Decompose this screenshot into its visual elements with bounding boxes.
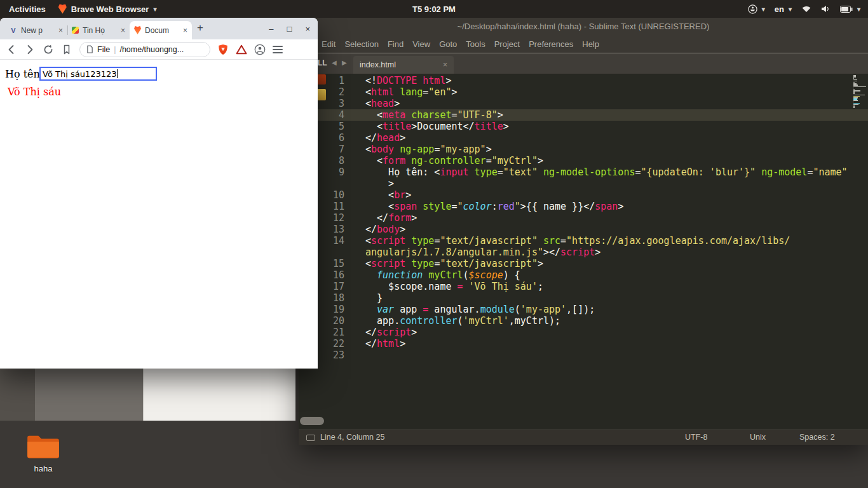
menu-item-view[interactable]: View <box>412 39 430 49</box>
code-line: 16 function myCtrl($scope) { <box>299 269 868 281</box>
gnome-top-bar: Activities Brave Web Browser ▾ T5 9:02 P… <box>0 0 868 18</box>
menu-item-tools[interactable]: Tools <box>466 39 485 49</box>
brave-favicon <box>134 26 141 34</box>
tab-label: Tin Họ <box>83 26 105 35</box>
brave-shield-icon[interactable] <box>217 44 229 55</box>
back-icon[interactable] <box>6 44 17 55</box>
forward-icon[interactable] <box>24 44 36 55</box>
status-bar-icon <box>306 435 315 441</box>
tab-close-icon[interactable]: × <box>121 26 125 35</box>
app-menu[interactable]: Brave Web Browser ▾ <box>58 4 157 14</box>
power-menu[interactable]: ▾ <box>840 6 860 13</box>
tab-close-icon[interactable]: × <box>443 60 447 69</box>
extension-triangle-icon[interactable] <box>236 44 247 55</box>
clipped-sidebar-text: LL <box>318 58 327 67</box>
line-endings-indicator[interactable]: Unix <box>750 433 766 442</box>
menu-item-edit[interactable]: Edit <box>322 39 336 49</box>
menu-icon[interactable] <box>273 46 283 53</box>
encoding-indicator[interactable]: UTF-8 <box>685 433 707 442</box>
code-line: angularjs/1.7.8/angular.min.js"></script… <box>299 247 868 258</box>
folder-icon <box>26 433 60 460</box>
code-line: 6</head> <box>299 132 868 144</box>
name-input[interactable]: Võ Thị sáu123123 <box>39 67 157 81</box>
code-line: 20 app.controller('myCtrl',myCtrl); <box>299 315 868 327</box>
accessibility-menu[interactable]: ▾ <box>748 4 765 14</box>
desktop-folder-haha[interactable]: haha <box>23 433 64 473</box>
code-editor[interactable]: 1<!DOCTYPE html>2<html lang="en">3<head>… <box>299 74 868 430</box>
wifi-icon[interactable] <box>801 5 811 13</box>
tab-close-icon[interactable]: × <box>58 26 63 35</box>
battery-icon <box>840 6 853 13</box>
code-line: 21</script> <box>299 327 868 338</box>
tab-label: New p <box>21 26 43 35</box>
address-bar[interactable]: File | /home/thuongng... <box>79 42 210 57</box>
code-line: 4 <meta charset="UTF-8"> <box>299 109 868 121</box>
sublime-status-bar: Line 4, Column 25 UTF-8 Unix Spaces: 2 <box>299 430 868 445</box>
tab-close-icon[interactable]: × <box>183 26 187 35</box>
menu-item-find[interactable]: Find <box>388 39 403 49</box>
caret-down-icon: ▾ <box>762 6 765 13</box>
code-line: 13</body> <box>299 224 868 235</box>
menu-item-preferences[interactable]: Preferences <box>529 39 573 49</box>
folder-label: haha <box>23 464 64 473</box>
caret-down-icon: ▾ <box>789 6 792 13</box>
url-path: /home/thuongng... <box>119 45 184 54</box>
code-line: 15<script type="text/javascript"> <box>299 258 868 269</box>
code-line: 17 $scope.name = 'Võ Thị sáu'; <box>299 281 868 292</box>
favicon <box>72 27 79 34</box>
browser-tab-new-p[interactable]: V New p × <box>5 21 67 39</box>
code-line: 2<html lang="en"> <box>299 86 868 98</box>
minimize-button[interactable]: – <box>269 24 273 34</box>
indentation-indicator[interactable]: Spaces: 2 <box>799 433 835 442</box>
keyboard-layout-menu[interactable]: en ▾ <box>775 4 792 14</box>
file-icon <box>86 45 93 53</box>
bookmark-icon[interactable] <box>61 44 72 55</box>
caret-down-icon: ▾ <box>153 6 156 13</box>
url-divider: | <box>114 45 116 54</box>
name-input-value: Võ Thị sáu123123 <box>43 69 117 79</box>
code-line: 10 <br> <box>299 189 868 201</box>
browser-tab-strip: V New p × Tin Họ × Docum × + – □ × <box>0 18 318 39</box>
url-scheme-label: File <box>97 45 110 54</box>
caret-position: Line 4, Column 25 <box>320 433 384 442</box>
code-line: 23 <box>299 349 868 361</box>
menu-item-selection[interactable]: Selection <box>344 39 378 49</box>
code-line: 9 Họ tên: <input type="text" ng-model-op… <box>299 166 868 178</box>
clock[interactable]: T5 9:02 PM <box>412 4 456 14</box>
menu-item-project[interactable]: Project <box>494 39 520 49</box>
menu-item-help[interactable]: Help <box>582 39 599 49</box>
horizontal-scrollbar-thumb[interactable] <box>300 417 324 425</box>
volume-icon[interactable] <box>821 5 831 13</box>
tab-scroll-left-icon[interactable]: ◀ <box>332 59 337 66</box>
language-label: en <box>775 4 784 14</box>
browser-tab-tin-hoc[interactable]: Tin Họ × <box>67 21 130 39</box>
code-line: 19 var app = angular.module('my-app',[])… <box>299 304 868 315</box>
favicon: V <box>10 27 17 34</box>
minimap[interactable] <box>853 75 866 110</box>
new-tab-button[interactable]: + <box>197 22 203 34</box>
tab-index-html[interactable]: index.html × <box>353 56 454 74</box>
form-name-label: Họ tên: <box>5 68 43 80</box>
web-page: Họ tên: Võ Thị sáu123123 Võ Thị sáu <box>0 60 318 368</box>
sublime-window-title: ~/Desktop/haha/index.html (haha) - Subli… <box>299 18 868 36</box>
activities-button[interactable]: Activities <box>9 4 46 14</box>
code-line: 14<script type="text/javascript" src="ht… <box>299 235 868 247</box>
code-line: 3<head> <box>299 98 868 109</box>
sublime-window: ~/Desktop/haha/index.html (haha) - Subli… <box>299 18 868 445</box>
menu-item-goto[interactable]: Goto <box>439 39 457 49</box>
background-window-fragment <box>143 369 295 421</box>
code-line: 12 </form> <box>299 212 868 224</box>
reload-icon[interactable] <box>43 44 54 55</box>
code-line: 18 } <box>299 292 868 304</box>
profile-icon[interactable] <box>254 44 266 55</box>
browser-navbar: File | /home/thuongng... <box>0 39 318 60</box>
tab-label: index.html <box>360 60 396 69</box>
code-line: 22</html> <box>299 338 868 349</box>
window-close-button[interactable]: × <box>305 24 310 34</box>
tab-label: Docum <box>145 26 169 35</box>
code-line: > <box>299 178 868 189</box>
sublime-menu-bar: EditSelectionFindViewGotoToolsProjectPre… <box>299 36 868 53</box>
maximize-button[interactable]: □ <box>287 24 292 34</box>
browser-tab-document[interactable]: Docum × <box>130 21 192 39</box>
tab-scroll-right-icon[interactable]: ▶ <box>342 59 347 66</box>
